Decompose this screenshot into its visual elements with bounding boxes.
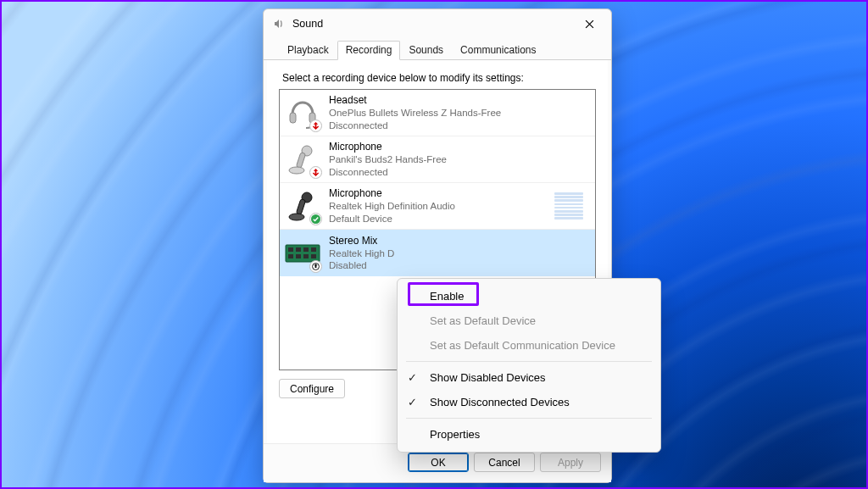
- device-name: Stereo Mix: [329, 235, 588, 247]
- svg-rect-10: [288, 247, 293, 252]
- svg-rect-13: [311, 247, 316, 252]
- microphone-icon: [285, 188, 320, 224]
- check-icon: ✓: [406, 396, 418, 408]
- titlebar: Sound: [264, 9, 611, 38]
- window-title: Sound: [292, 18, 565, 30]
- device-context-menu: Enable Set as Default Device Set as Defa…: [397, 278, 661, 453]
- ctx-show-disabled-label: Show Disabled Devices: [430, 371, 546, 384]
- svg-rect-14: [288, 254, 293, 258]
- svg-rect-17: [311, 254, 316, 258]
- svg-rect-12: [303, 247, 309, 252]
- check-icon: ✓: [406, 371, 418, 384]
- disabled-badge-icon: [309, 260, 322, 273]
- device-desc: OnePlus Bullets Wireless Z Hands-Free: [329, 107, 588, 119]
- headset-icon: [285, 95, 320, 131]
- sound-card-icon: [285, 236, 320, 271]
- tab-playback[interactable]: Playback: [279, 41, 337, 60]
- device-item-headset[interactable]: Headset OnePlus Bullets Wireless Z Hands…: [280, 90, 595, 136]
- tab-recording[interactable]: Recording: [337, 41, 401, 60]
- device-status: Disconnected: [329, 166, 588, 178]
- device-status: Disabled: [329, 259, 588, 271]
- svg-rect-3: [296, 153, 305, 169]
- ctx-properties[interactable]: Properties: [401, 422, 657, 447]
- svg-point-7: [289, 214, 304, 220]
- tab-strip: Playback Recording Sounds Communications: [264, 38, 611, 60]
- ctx-separator: [406, 418, 652, 419]
- input-level-meter: [554, 191, 583, 221]
- svg-rect-11: [296, 247, 301, 252]
- device-name: Headset: [329, 94, 588, 107]
- configure-button[interactable]: Configure: [279, 379, 345, 398]
- device-desc: Realtek High Definition Audio: [329, 200, 546, 212]
- tab-communications[interactable]: Communications: [452, 41, 544, 60]
- device-item-microphone-buds2[interactable]: Microphone Pankil's Buds2 Hands-Free Dis…: [280, 136, 595, 183]
- ctx-set-default-comm: Set as Default Communication Device: [401, 333, 657, 358]
- svg-rect-15: [296, 254, 301, 258]
- microphone-icon: [285, 142, 320, 177]
- tab-sounds[interactable]: Sounds: [400, 41, 452, 60]
- ctx-set-default-comm-label: Set as Default Communication Device: [430, 339, 615, 352]
- device-status: Default Device: [329, 213, 546, 225]
- ctx-show-disconnected[interactable]: ✓ Show Disconnected Devices: [401, 390, 657, 414]
- close-button[interactable]: [572, 12, 606, 36]
- apply-button[interactable]: Apply: [540, 453, 601, 472]
- ctx-properties-label: Properties: [430, 428, 480, 441]
- svg-rect-6: [296, 199, 305, 215]
- instruction-text: Select a recording device below to modif…: [282, 72, 594, 84]
- default-device-badge-icon: [309, 213, 322, 225]
- device-status: Disconnected: [329, 119, 588, 131]
- device-name: Microphone: [329, 187, 546, 200]
- ctx-show-disabled[interactable]: ✓ Show Disabled Devices: [401, 365, 657, 390]
- device-desc: Pankil's Buds2 Hands-Free: [329, 153, 588, 165]
- cancel-button[interactable]: Cancel: [474, 453, 535, 472]
- device-name: Microphone: [329, 141, 588, 153]
- ctx-set-default-label: Set as Default Device: [430, 314, 536, 327]
- ok-button[interactable]: OK: [408, 453, 469, 472]
- sound-icon: [272, 17, 286, 31]
- disconnected-badge-icon: [309, 166, 322, 179]
- ctx-separator: [406, 361, 652, 362]
- svg-rect-0: [290, 113, 296, 123]
- device-item-stereo-mix[interactable]: Stereo Mix Realtek High D Disabled: [280, 230, 595, 276]
- device-desc: Realtek High D: [329, 247, 588, 259]
- ctx-show-disconnected-label: Show Disconnected Devices: [430, 396, 570, 408]
- ctx-set-default: Set as Default Device: [401, 308, 657, 333]
- ctx-enable[interactable]: Enable: [401, 284, 657, 308]
- disconnected-badge-icon: [309, 119, 322, 132]
- svg-point-4: [289, 167, 304, 174]
- svg-rect-16: [303, 254, 309, 258]
- ctx-enable-label: Enable: [430, 290, 464, 303]
- device-item-microphone-realtek[interactable]: Microphone Realtek High Definition Audio…: [280, 183, 595, 230]
